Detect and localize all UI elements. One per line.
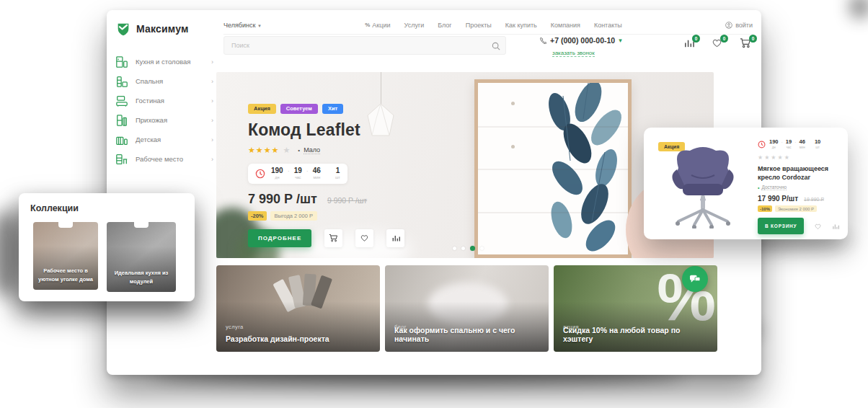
timer-hours: 19час: [786, 139, 792, 149]
header-actions: 0 0 0: [683, 37, 751, 51]
stock-status[interactable]: Мало: [304, 146, 320, 154]
dresser-image: [474, 79, 632, 258]
nav-item-how-to-buy[interactable]: Как купить: [505, 22, 537, 29]
workspace-icon: [115, 153, 128, 166]
compare-button[interactable]: [832, 220, 839, 233]
timer-days: 190дн: [769, 139, 779, 149]
phone-number[interactable]: +7 (000) 000-00-10: [550, 36, 615, 45]
old-price: 9 990 Р /шт: [327, 196, 367, 205]
benefit-badge: Выгода 2 000 Р: [270, 211, 317, 221]
clock-icon: [255, 169, 265, 179]
promo-card-discount[interactable]: % акция Скидка 10% на любой товар по хэш…: [554, 265, 717, 352]
search-input[interactable]: [223, 36, 506, 55]
sidebar-item-workspace[interactable]: Рабочее место ›: [115, 149, 213, 169]
promo-card-blog[interactable]: блог Как оформить спальню и с чего начин…: [385, 265, 549, 352]
card-tag: услуга: [226, 324, 244, 330]
chevron-right-icon: ›: [211, 97, 213, 105]
timer-separator: ·: [794, 140, 796, 145]
product-popup-card: Акция: [644, 128, 848, 239]
card-title: Скидка 10% на любой товар по хэштегу: [563, 326, 709, 343]
add-to-cart-button[interactable]: [324, 229, 342, 247]
compare-count-badge: 0: [692, 35, 700, 43]
brand-shield-icon: [115, 21, 131, 37]
page: Максимум Кухня и столовая › Спальня › Го…: [0, 0, 868, 408]
stock-status[interactable]: Достаточно: [761, 185, 787, 190]
benefit-badge: Экономия 2 000 Р: [775, 205, 817, 212]
main-nav: %Акции Услуги Блог Проекты Как купить Ко…: [262, 22, 725, 29]
slider-dot-active[interactable]: [470, 246, 475, 251]
tile-notch: [134, 222, 149, 228]
shelf-line: [478, 126, 628, 128]
timer-separator: ·: [306, 167, 309, 174]
sidebar-item-livingroom[interactable]: Гостиная ›: [115, 91, 213, 110]
callback-link[interactable]: заказать звонок: [552, 50, 595, 57]
search-icon[interactable]: [492, 40, 500, 53]
collection-tile-kitchen[interactable]: Идеальная кухня из модулей: [107, 222, 176, 292]
lamp-cord: [381, 72, 381, 105]
bedroom-icon: [115, 75, 128, 88]
countdown-timer: 190дн · 19час · 46мин 1шт: [248, 164, 347, 184]
favorites-button[interactable]: 0: [712, 37, 722, 51]
card-title: Как оформить спальню и с чего начинать: [394, 326, 540, 343]
chevron-right-icon: ›: [211, 58, 213, 66]
timer-separator: ·: [288, 167, 290, 174]
badge-promo: Акция: [248, 104, 276, 114]
nav-item-services[interactable]: Услуги: [404, 22, 425, 29]
drawer-knob: [511, 102, 515, 105]
compare-button[interactable]: [386, 229, 404, 247]
chevron-right-icon: ›: [211, 78, 213, 85]
tile-notch: [58, 222, 73, 228]
slider-dot[interactable]: [480, 247, 484, 250]
favorite-button[interactable]: [814, 220, 822, 233]
product-info-column: 190дн · 19час · 46мин 10шт ★★★★★ Мягкое …: [758, 139, 840, 234]
slider-dot[interactable]: [453, 247, 456, 250]
stock-dot-icon: •: [758, 185, 759, 190]
product-title: Комод Leaflet: [248, 120, 464, 140]
hero-slider: Акция Советуем Хит Комод Leaflet ★★★★★ •…: [216, 72, 714, 258]
cart-button[interactable]: 0: [740, 37, 751, 51]
city-selector[interactable]: Челябинск ▼: [223, 22, 262, 29]
sidebar-item-label: Детская: [136, 136, 204, 143]
nav-item-company[interactable]: Компания: [551, 22, 580, 29]
cart-count-badge: 0: [749, 35, 757, 43]
rating-row: ★★★★★ • Мало: [248, 146, 464, 155]
sidebar-item-kitchen[interactable]: Кухня и столовая ›: [115, 52, 213, 71]
stock-row: • Достаточно: [758, 185, 840, 190]
logo[interactable]: Максимум: [115, 21, 189, 37]
promo-card-design[interactable]: услуга Разработка дизайн-проекта: [216, 265, 380, 352]
nav-item-contacts[interactable]: Контакты: [594, 22, 622, 29]
nav-item-promotions[interactable]: %Акции: [365, 22, 390, 29]
favorites-count-badge: 0: [720, 35, 728, 43]
logo-text: Максимум: [136, 23, 189, 35]
compare-button[interactable]: 0: [683, 37, 694, 51]
sidebar-item-kids[interactable]: Детская ›: [115, 130, 213, 149]
sidebar-item-hallway[interactable]: Прихожая ›: [115, 110, 213, 130]
stars-filled-icon: ★★★★: [248, 146, 279, 155]
favorite-button[interactable]: [355, 229, 373, 247]
nav-item-projects[interactable]: Проекты: [466, 22, 492, 29]
hallway-icon: [115, 114, 128, 127]
chat-widget-button[interactable]: [682, 266, 708, 292]
nav-item-blog[interactable]: Блог: [438, 22, 451, 29]
livingroom-icon: [115, 94, 128, 107]
timer-days: 190дн: [271, 167, 283, 180]
sidebar-item-bedroom[interactable]: Спальня ›: [115, 71, 213, 91]
details-button[interactable]: ПОДРОБНЕЕ: [248, 229, 311, 247]
discount-badge: -20%: [248, 211, 267, 221]
user-icon: [725, 22, 732, 29]
search-field: [223, 36, 506, 55]
add-to-cart-button[interactable]: В КОРЗИНУ: [758, 218, 804, 234]
kids-room-icon: [115, 133, 128, 146]
current-price: 17 990 Р/шт: [758, 195, 798, 203]
chair-image: [663, 143, 743, 231]
badge-recommend: Советуем: [280, 104, 318, 114]
product-title[interactable]: Мягкое вращающееся кресло Cordozar: [758, 164, 840, 182]
login-button[interactable]: войти: [725, 22, 753, 29]
stock-quantity: 1шт: [335, 167, 340, 180]
rating-stars-empty: ★★★★★: [758, 154, 840, 161]
sidebar-item-label: Спальня: [136, 77, 204, 85]
slider-dot[interactable]: [461, 247, 465, 250]
phone-block: +7 (000) 000-00-10 ▾ заказать звонок: [539, 36, 622, 58]
collection-tile-workspace[interactable]: Рабочее место в уютном уголке дома: [33, 222, 98, 290]
chat-icon: [689, 274, 701, 284]
